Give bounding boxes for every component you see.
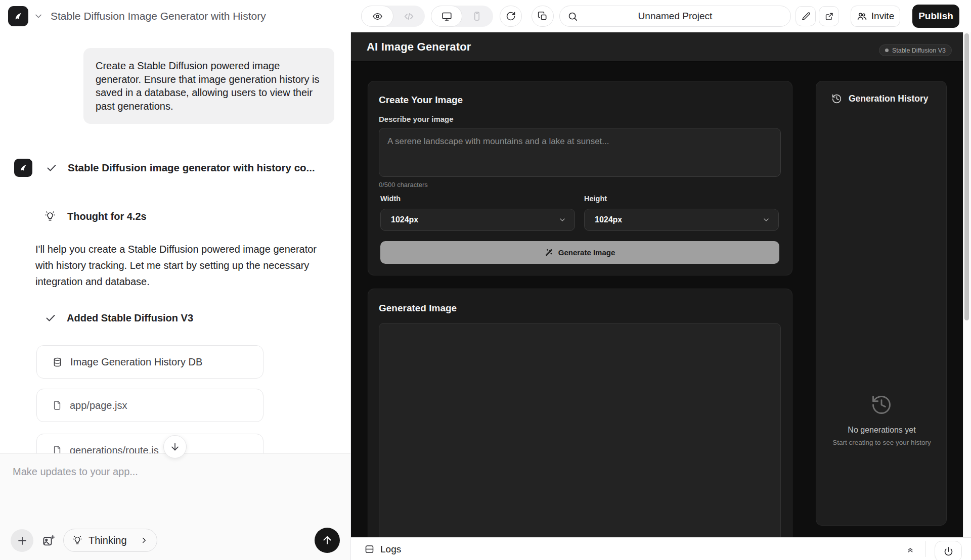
task-summary-row[interactable]: Stable Diffusion image generator with hi…: [46, 162, 315, 174]
database-icon: [52, 357, 63, 367]
create-image-card: Create Your Image Describe your image 0/…: [368, 81, 792, 275]
invite-button[interactable]: Invite: [851, 6, 900, 27]
model-badge: Stable Diffusion V3: [879, 44, 952, 56]
height-select[interactable]: 1024px: [584, 209, 779, 231]
chat-input[interactable]: [13, 466, 326, 517]
scroll-to-bottom-button[interactable]: [163, 435, 187, 458]
model-badge-label: Stable Diffusion V3: [892, 47, 946, 54]
search-icon: [567, 11, 578, 22]
logs-panel-icon: [364, 544, 375, 554]
project-menu-chevron-down-icon[interactable]: [33, 11, 43, 21]
power-button[interactable]: [935, 541, 962, 560]
copy-button[interactable]: [532, 6, 554, 27]
preview-mode-button[interactable]: [361, 6, 393, 27]
thought-label: Thought for 4.2s: [67, 211, 147, 222]
width-label: Width: [380, 195, 401, 203]
history-empty-title: No generations yet: [816, 426, 947, 435]
added-integration-label: Added Stable Diffusion V3: [67, 312, 193, 324]
create-card-title: Create Your Image: [379, 95, 463, 106]
phone-icon: [472, 11, 482, 21]
lightbulb-icon: [43, 210, 57, 223]
generate-image-button[interactable]: Generate Image: [380, 241, 779, 264]
eye-icon: [372, 11, 383, 22]
invite-label: Invite: [871, 11, 894, 22]
generate-button-label: Generate Image: [558, 248, 615, 257]
artifact-card-label: Image Generation History DB: [70, 356, 202, 368]
create-logo-icon: [17, 162, 29, 174]
open-external-button[interactable]: [819, 6, 839, 26]
status-dot-icon: [885, 49, 889, 52]
mobile-view-button[interactable]: [462, 11, 492, 21]
workspace-logo[interactable]: [8, 6, 28, 26]
check-icon: [46, 162, 58, 174]
check-icon: [45, 312, 57, 324]
assistant-paragraph: I'll help you create a Stable Diffusion …: [35, 241, 335, 290]
code-mode-button[interactable]: [393, 11, 424, 22]
expand-logs-button[interactable]: [904, 543, 917, 556]
publish-button[interactable]: Publish: [912, 5, 959, 28]
height-value: 1024px: [595, 215, 762, 224]
history-empty-subtitle: Start creating to see your history: [816, 439, 947, 446]
view-mode-toggle: [361, 6, 425, 27]
power-icon: [943, 546, 954, 557]
screen: Stable Diffusion Image Generator with Hi…: [0, 0, 971, 560]
code-icon: [404, 11, 414, 22]
arrow-up-icon: [321, 534, 333, 546]
preview-scrollbar-track[interactable]: [963, 32, 971, 537]
logs-toggle[interactable]: Logs: [364, 538, 401, 560]
artifact-card-label: app/page.jsx: [70, 400, 127, 411]
refresh-button[interactable]: [500, 6, 522, 27]
preview-scrollbar-thumb[interactable]: [964, 33, 969, 320]
users-icon: [857, 11, 867, 22]
add-attachment-button[interactable]: [11, 529, 33, 552]
chevron-down-icon: [558, 216, 566, 224]
thinking-label: Thinking: [89, 535, 135, 546]
generated-image-card: Generated Image Your generated image wil…: [368, 289, 792, 537]
added-integration-row: Added Stable Diffusion V3: [45, 312, 193, 324]
generation-history-card: Generation History No generations yet St…: [816, 81, 947, 526]
history-clock-icon: [831, 94, 842, 104]
app-preview: AI Image Generator Stable Diffusion V3 C…: [351, 32, 963, 537]
logs-label: Logs: [380, 544, 401, 555]
chevron-right-icon: [140, 536, 149, 545]
prompt-textarea[interactable]: [379, 128, 781, 177]
artifact-card-file[interactable]: app/page.jsx: [36, 389, 263, 422]
desktop-view-button[interactable]: [431, 6, 462, 27]
height-label: Height: [584, 195, 607, 203]
logs-divider: [925, 541, 926, 557]
top-bar: Stable Diffusion Image Generator with Hi…: [0, 0, 971, 32]
plus-icon: [16, 535, 28, 547]
generated-image-placeholder: Your generated image will appear here...: [379, 323, 781, 537]
send-button[interactable]: [315, 528, 340, 553]
char-count: 0/500 characters: [379, 181, 428, 189]
rename-button[interactable]: [796, 6, 816, 26]
wand-icon: [545, 248, 553, 257]
project-title: Stable Diffusion Image Generator with Hi…: [51, 0, 266, 32]
preview-app-title: AI Image Generator: [367, 40, 471, 54]
chevron-down-icon: [762, 216, 770, 224]
project-name-field: [559, 6, 791, 27]
user-message-text: Create a Stable Diffusion powered image …: [96, 60, 319, 112]
external-link-icon: [824, 12, 834, 21]
panel-divider: [350, 0, 351, 560]
image-add-icon: [42, 534, 56, 548]
width-select[interactable]: 1024px: [380, 209, 575, 231]
task-title: Stable Diffusion image generator with hi…: [68, 162, 315, 174]
file-icon: [52, 400, 62, 410]
user-message-bubble: Create a Stable Diffusion powered image …: [83, 48, 334, 124]
chevrons-up-icon: [906, 545, 915, 554]
chat-composer: Thinking: [0, 453, 350, 560]
lightbulb-icon: [71, 534, 83, 546]
preview-app-header: AI Image Generator Stable Diffusion V3: [351, 32, 963, 62]
history-title: Generation History: [849, 94, 929, 104]
chat-panel: Create a Stable Diffusion powered image …: [0, 32, 350, 560]
prompt-label: Describe your image: [379, 115, 454, 123]
device-toggle: [431, 6, 493, 27]
thought-row[interactable]: Thought for 4.2s: [43, 210, 147, 223]
add-image-button[interactable]: [40, 533, 57, 549]
project-name-input[interactable]: [560, 6, 790, 26]
artifact-card-database[interactable]: Image Generation History DB: [36, 345, 263, 379]
thinking-mode-toggle[interactable]: Thinking: [63, 529, 157, 552]
copy-icon: [538, 11, 548, 21]
pencil-icon: [801, 12, 811, 21]
